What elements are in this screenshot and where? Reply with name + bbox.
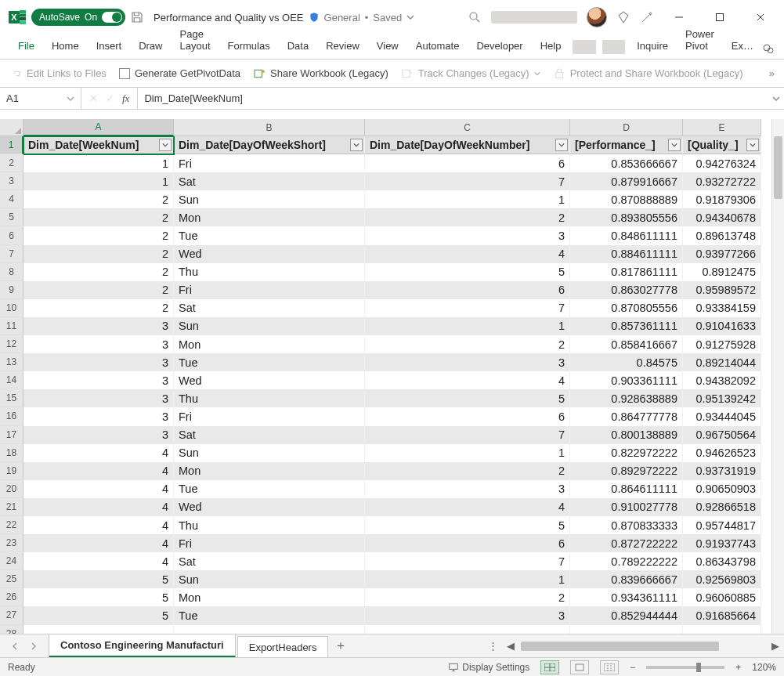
cell[interactable]: Thu <box>174 263 365 281</box>
row-header[interactable]: 18 <box>0 444 23 462</box>
cell[interactable]: 2 <box>23 245 174 263</box>
cell[interactable]: 0.800138889 <box>570 426 683 444</box>
table-header-cell[interactable]: [Quality_] <box>683 136 761 154</box>
cell[interactable]: Tue <box>174 226 365 244</box>
cell[interactable]: 2 <box>365 588 570 606</box>
ribbon-tab-review[interactable]: Review <box>317 35 368 59</box>
row-header[interactable]: 9 <box>0 281 23 299</box>
cell[interactable]: 1 <box>365 190 570 208</box>
filter-button[interactable] <box>668 139 681 151</box>
cell[interactable]: 7 <box>365 172 570 190</box>
window-close-button[interactable] <box>745 5 776 29</box>
cell[interactable]: Sun <box>174 444 365 462</box>
column-header[interactable]: D <box>570 119 683 136</box>
ribbon-tab-overflow[interactable]: Ex… <box>723 35 762 59</box>
cell[interactable]: 0.91275928 <box>683 335 761 353</box>
cell[interactable]: 0.92569803 <box>683 570 761 588</box>
cell[interactable]: 3 <box>23 407 174 425</box>
cell[interactable]: 3 <box>23 426 174 444</box>
cell[interactable]: 2 <box>365 335 570 353</box>
cell[interactable]: 1 <box>365 570 570 588</box>
cell[interactable] <box>174 625 365 634</box>
cell[interactable]: 2 <box>23 226 174 244</box>
filter-button[interactable] <box>159 139 172 151</box>
cell[interactable]: 2 <box>365 462 570 480</box>
row-header[interactable]: 15 <box>0 389 23 407</box>
cell[interactable]: 3 <box>23 317 174 335</box>
cell[interactable]: Mon <box>174 208 365 226</box>
cell[interactable]: Fri <box>174 534 365 552</box>
ribbon-tab-inquire[interactable]: Inquire <box>628 35 677 59</box>
column-header[interactable]: E <box>683 119 761 136</box>
cell[interactable]: 0.848611111 <box>570 226 683 244</box>
cell[interactable]: 0.934361111 <box>570 588 683 606</box>
scrollbar-thumb[interactable] <box>774 136 782 199</box>
cell[interactable]: 0.95744817 <box>683 516 761 534</box>
vertical-scrollbar[interactable] <box>771 119 784 634</box>
cell[interactable]: 0.864611111 <box>570 480 683 498</box>
row-header[interactable]: 3 <box>0 172 23 190</box>
row-header[interactable]: 5 <box>0 208 23 226</box>
ribbon-tab-file[interactable]: File <box>9 35 43 59</box>
sheet-tab-active[interactable]: Contoso Engineering Manufacturi <box>49 634 236 658</box>
cell[interactable]: Mon <box>174 462 365 480</box>
cell[interactable]: 3 <box>23 389 174 407</box>
cell[interactable]: Sat <box>174 426 365 444</box>
row-header[interactable]: 11 <box>0 317 23 335</box>
cell[interactable]: 0.94382092 <box>683 371 761 389</box>
ribbon-tab-help[interactable]: Help <box>532 35 570 59</box>
cell[interactable]: Tue <box>174 606 365 624</box>
cell[interactable]: 0.91685664 <box>683 606 761 624</box>
cell[interactable]: 0.8912475 <box>683 263 761 281</box>
diamond-icon[interactable] <box>616 10 630 24</box>
search-icon[interactable] <box>468 10 482 24</box>
ribbon-tab-powerpivot[interactable]: Power Pivot <box>677 23 723 59</box>
name-box[interactable]: A1 <box>0 88 81 109</box>
table-header-cell[interactable]: Dim_Date[WeekNum] <box>23 136 174 154</box>
cell[interactable]: 0.94276324 <box>683 154 761 172</box>
cell[interactable]: 0.789222222 <box>570 552 683 570</box>
cell[interactable]: 3 <box>23 371 174 389</box>
filter-button[interactable] <box>350 139 363 151</box>
cell[interactable]: 0.86343798 <box>683 552 761 570</box>
add-sheet-button[interactable]: ＋ <box>330 634 352 657</box>
cell[interactable]: 4 <box>365 498 570 516</box>
cell[interactable]: 0.892972222 <box>570 462 683 480</box>
view-normal-button[interactable] <box>540 660 559 674</box>
cell[interactable]: Sun <box>174 570 365 588</box>
cell[interactable]: 0.90650903 <box>683 480 761 498</box>
cell[interactable]: 1 <box>365 317 570 335</box>
cells-area[interactable]: Dim_Date[WeekNum]Dim_Date[DayOfWeekShort… <box>23 136 771 634</box>
cmd-generate-pivot[interactable]: Generate GetPivotData <box>119 67 240 79</box>
cell[interactable]: Fri <box>174 154 365 172</box>
cell[interactable] <box>23 625 174 634</box>
cell[interactable]: 0.893805556 <box>570 208 683 226</box>
cell[interactable]: Thu <box>174 516 365 534</box>
cell[interactable]: 5 <box>23 606 174 624</box>
cell[interactable] <box>570 625 683 634</box>
cell[interactable]: 0.903361111 <box>570 371 683 389</box>
ribbon-tab-view[interactable]: View <box>368 35 407 59</box>
row-header[interactable]: 28 <box>0 625 23 634</box>
zoom-in-button[interactable]: + <box>735 662 741 673</box>
cell[interactable]: Wed <box>174 498 365 516</box>
cmd-overflow[interactable]: » <box>769 67 775 79</box>
zoom-slider[interactable] <box>646 666 724 669</box>
row-header[interactable]: 7 <box>0 245 23 263</box>
cell[interactable]: Fri <box>174 281 365 299</box>
cell[interactable]: 7 <box>365 552 570 570</box>
cell[interactable]: 0.89214044 <box>683 353 761 371</box>
cell[interactable]: 7 <box>365 299 570 317</box>
scroll-left-icon[interactable]: ◀ <box>505 641 516 652</box>
cell[interactable]: 3 <box>365 226 570 244</box>
cell[interactable]: 0.857361111 <box>570 317 683 335</box>
cell[interactable]: Tue <box>174 353 365 371</box>
fx-icon[interactable]: fx <box>122 92 129 105</box>
cell[interactable]: 0.910027778 <box>570 498 683 516</box>
sheet-tab[interactable]: ExportHeaders <box>237 636 329 658</box>
ribbon-tab-automate[interactable]: Automate <box>407 35 468 59</box>
cell[interactable]: 0.89613748 <box>683 226 761 244</box>
cell[interactable]: 0.93272722 <box>683 172 761 190</box>
cell[interactable]: 5 <box>365 263 570 281</box>
cell[interactable]: Fri <box>174 407 365 425</box>
